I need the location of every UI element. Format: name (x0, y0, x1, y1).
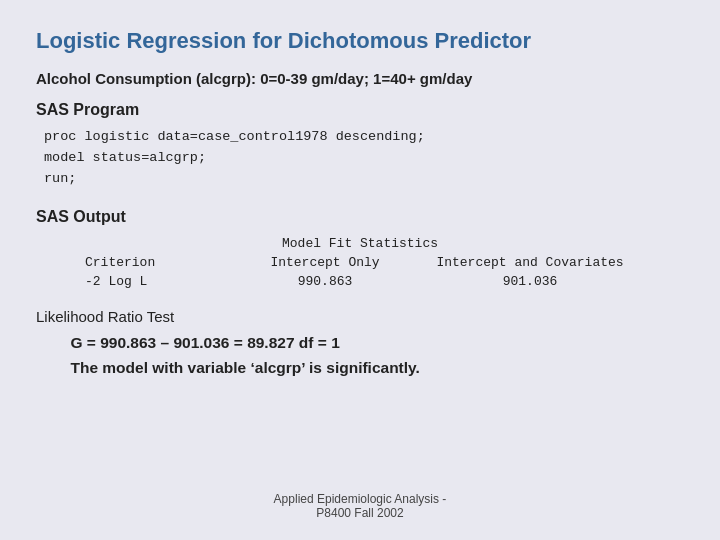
likelihood-line2: The model with variable ‘alcgrp’ is sign… (36, 355, 684, 381)
slide-title: Logistic Regression for Dichotomous Pred… (36, 28, 684, 54)
slide: Logistic Regression for Dichotomous Pred… (0, 0, 720, 540)
table-headers: Criterion Intercept Only Intercept and C… (36, 255, 684, 270)
code-line-2: model status=alcgrp; (44, 148, 684, 169)
sas-output-table: Model Fit Statistics Criterion Intercept… (36, 236, 684, 289)
row-criterion: -2 Log L (75, 274, 235, 289)
row-intercept-only: 990.863 (235, 274, 415, 289)
footer-line1: Applied Epidemiologic Analysis - (36, 492, 684, 506)
header-criterion: Criterion (75, 255, 235, 270)
header-intercept-covariates: Intercept and Covariates (415, 255, 645, 270)
row-intercept-covariates: 901.036 (415, 274, 645, 289)
subtitle: Alcohol Consumption (alcgrp): 0=0-39 gm/… (36, 70, 684, 87)
code-block: proc logistic data=case_control1978 desc… (36, 125, 684, 192)
model-fit-title: Model Fit Statistics (36, 236, 684, 251)
likelihood-line1: G = 990.863 – 901.036 = 89.827 df = 1 (36, 330, 684, 356)
sas-output-label: SAS Output (36, 208, 684, 226)
code-line-3: run; (44, 169, 684, 190)
table-data-row: -2 Log L 990.863 901.036 (36, 274, 684, 289)
code-line-1: proc logistic data=case_control1978 desc… (44, 127, 684, 148)
sas-program-label: SAS Program (36, 101, 684, 119)
likelihood-label: Likelihood Ratio Test (36, 305, 684, 330)
header-intercept-only: Intercept Only (235, 255, 415, 270)
likelihood-section: Likelihood Ratio Test G = 990.863 – 901.… (36, 305, 684, 381)
footer-line2: P8400 Fall 2002 (36, 506, 684, 520)
footer: Applied Epidemiologic Analysis - P8400 F… (36, 484, 684, 520)
